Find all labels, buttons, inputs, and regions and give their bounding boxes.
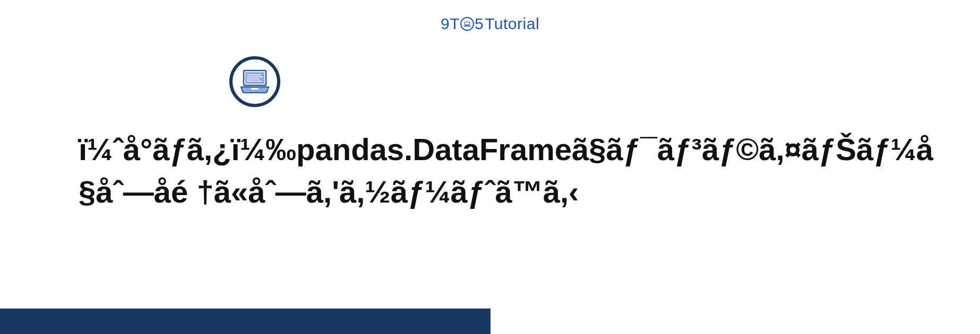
author-avatar-container: [229, 56, 280, 107]
svg-rect-5: [245, 72, 264, 84]
brand-text-5: 5: [475, 15, 484, 33]
site-header: 9 T 5 Tutorial: [0, 0, 980, 33]
svg-rect-3: [463, 25, 470, 27]
decorative-bottom-bar: [0, 309, 491, 334]
laptop-avatar-icon: [229, 56, 280, 107]
brand-text-9: 9: [441, 15, 450, 33]
brand-text-tutorial: Tutorial: [485, 15, 539, 33]
svg-rect-2: [465, 22, 469, 24]
article-title: ï¼ˆå°ãƒã,¿ï¼‰pandas.DataFrameã§ãƒ¯ãƒ³ãƒ©…: [79, 128, 948, 213]
brand-text-T: T: [450, 15, 460, 33]
brand-logo[interactable]: 9 T 5 Tutorial: [441, 15, 539, 33]
brand-o-laptop-icon: [460, 17, 474, 31]
svg-rect-10: [251, 88, 259, 90]
